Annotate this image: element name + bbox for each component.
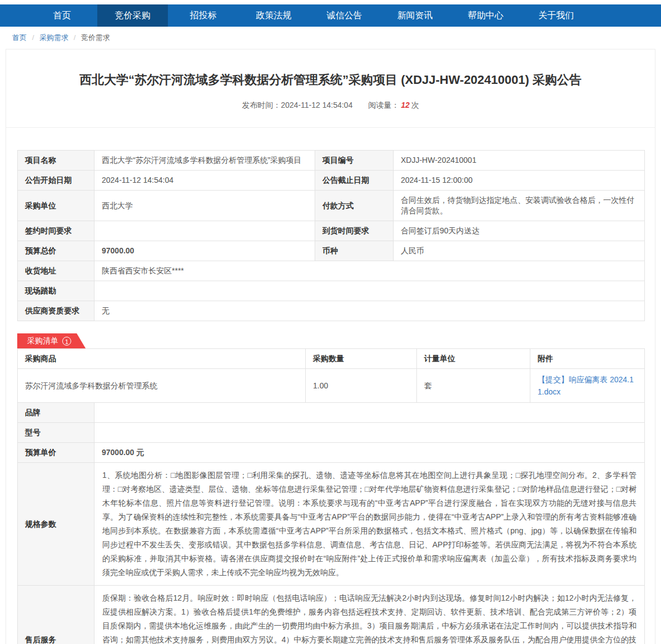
nav-item-bidding-purchase[interactable]: 竞价采购	[97, 4, 168, 27]
budget-total-value: 97000.00	[95, 241, 315, 261]
unit-column-header: 计量单位	[417, 349, 530, 369]
delivery-time-value: 合同签订后90天内送达	[394, 221, 645, 241]
delivery-time-label: 到货时间要求	[315, 221, 394, 241]
purchase-list-count-badge: 1	[62, 337, 71, 346]
table-header-row: 采购商品 采购数量 计量单位 附件	[18, 349, 645, 369]
table-row: 公告开始日期 2024-11-12 14:54:04 公告截止日期 2024-1…	[18, 171, 645, 191]
currency-label: 币种	[315, 241, 394, 261]
top-nav: 首页 竞价采购 招投标 政策法规 诚信公告 新闻资讯 帮助中心 关于我们	[0, 4, 661, 27]
attachment-cell: 【提交】响应偏离表 2024.11.docx	[530, 369, 645, 403]
project-code-label: 项目编号	[315, 151, 394, 171]
payment-label: 付款方式	[315, 191, 394, 221]
qualification-label: 供应商资质要求	[18, 301, 95, 321]
table-row: 现场踏勘	[18, 281, 645, 301]
end-date-label: 公告截止日期	[315, 171, 394, 191]
attachment-column-header: 附件	[530, 349, 645, 369]
brand-value	[95, 403, 645, 423]
currency-value: 人民币	[394, 241, 645, 261]
product-name-cell: 苏尔汗河流域多学科数据分析管理系统	[18, 369, 306, 403]
breadcrumb-section-link[interactable]: 采购需求	[39, 33, 68, 42]
purchase-items-table: 采购商品 采购数量 计量单位 附件 苏尔汗河流域多学科数据分析管理系统 1.00…	[17, 348, 645, 403]
table-row: 预算单价 97000.00 元	[18, 443, 645, 463]
breadcrumb-home-link[interactable]: 首页	[12, 33, 27, 42]
purchase-list-badge-label: 采购清单	[27, 336, 58, 346]
end-date-value: 2024-11-15 12:00:00	[394, 171, 645, 191]
quantity-column-header: 采购数量	[306, 349, 417, 369]
model-value	[95, 423, 645, 443]
product-column-header: 采购商品	[18, 349, 306, 369]
payment-value: 合同生效后，待货物到达指定地点、安装调试验收合格后，一次性付清合同货款。	[394, 191, 645, 221]
quantity-cell: 1.00	[306, 369, 417, 403]
project-name-value: 西北大学“苏尔汗河流域多学科数据分析管理系统”采购项目	[95, 151, 315, 171]
table-row: 规格参数 1、系统地图分析：□地图影像图层管理；□利用采集的探孔、遗物、遗迹等坐…	[18, 463, 645, 586]
project-code-value: XDJJ-HW-202410001	[394, 151, 645, 171]
breadcrumb-separator: /	[74, 33, 76, 42]
announcement-meta: 发布时间：2024-11-12 14:54:04阅读量：12次	[6, 101, 655, 128]
service-label: 售后服务	[18, 586, 95, 644]
address-label: 收货地址	[18, 261, 95, 281]
site-visit-label: 现场踏勘	[18, 281, 95, 301]
spec-label: 规格参数	[18, 463, 95, 586]
publish-time-value: 2024-11-12 14:54:04	[281, 101, 352, 109]
table-row: 售后服务 质保期：验收合格后12月。响应时效：即时响应（包括电话响应）；电话响应…	[18, 586, 645, 644]
nav-item-about-us[interactable]: 关于我们	[521, 4, 592, 27]
project-info-table: 项目名称 西北大学“苏尔汗河流域多学科数据分析管理系统”采购项目 项目编号 XD…	[17, 150, 645, 321]
model-label: 型号	[18, 423, 95, 443]
unit-cell: 套	[417, 369, 530, 403]
nav-item-help-center[interactable]: 帮助中心	[450, 4, 521, 27]
read-count-value: 12	[401, 101, 410, 109]
address-value: 陕西省西安市长安区****	[95, 261, 645, 281]
attachment-download-link[interactable]: 【提交】响应偏离表 2024.11.docx	[538, 375, 634, 396]
project-name-label: 项目名称	[18, 151, 95, 171]
sign-time-value	[95, 221, 315, 241]
nav-item-tender[interactable]: 招投标	[168, 4, 238, 27]
service-value: 质保期：验收合格后12月。响应时效：即时响应（包括电话响应）；电话响应无法解决2…	[95, 586, 645, 644]
purchaser-value: 西北大学	[95, 191, 315, 221]
unit-price-label: 预算单价	[18, 443, 95, 463]
spec-value: 1、系统地图分析：□地图影像图层管理；□利用采集的探孔、遗物、遗迹等坐标信息将其…	[95, 463, 645, 586]
sign-time-label: 签约时间要求	[18, 221, 95, 241]
start-date-value: 2024-11-12 14:54:04	[95, 171, 315, 191]
purchaser-label: 采购单位	[18, 191, 95, 221]
nav-item-integrity-notice[interactable]: 诚信公告	[309, 4, 380, 27]
brand-label: 品牌	[18, 403, 95, 423]
breadcrumb-current: 竞价需求	[81, 33, 110, 42]
table-row: 型号	[18, 423, 645, 443]
nav-item-home[interactable]: 首页	[27, 4, 97, 27]
breadcrumb: 首页 / 采购需求 / 竞价需求	[0, 27, 661, 49]
table-row: 采购单位 西北大学 付款方式 合同生效后，待货物到达指定地点、安装调试验收合格后…	[18, 191, 645, 221]
page-title: 西北大学“苏尔汗河流域多学科数据分析管理系统”采购项目 (XDJJ-HW-202…	[6, 49, 655, 101]
table-row: 项目名称 西北大学“苏尔汗河流域多学科数据分析管理系统”采购项目 项目编号 XD…	[18, 151, 645, 171]
start-date-label: 公告开始日期	[18, 171, 95, 191]
publish-time-label: 发布时间：	[242, 101, 281, 109]
qualification-value: 无	[95, 301, 645, 321]
unit-price-value: 97000.00 元	[95, 443, 645, 463]
item-detail-table: 品牌 型号 预算单价 97000.00 元 规格参数 1、系统地图分析：□地图影…	[17, 402, 645, 644]
nav-item-news[interactable]: 新闻资讯	[380, 4, 450, 27]
table-row: 供应商资质要求 无	[18, 301, 645, 321]
table-row: 预算总价 97000.00 币种 人民币	[18, 241, 645, 261]
site-visit-value	[95, 281, 645, 301]
read-count-unit: 次	[411, 101, 419, 109]
purchase-list-header: 采购清单 1	[17, 333, 644, 348]
table-row: 签约时间要求 到货时间要求 合同签订后90天内送达	[18, 221, 645, 241]
read-count-label: 阅读量：	[368, 101, 399, 109]
table-row: 品牌	[18, 403, 645, 423]
budget-total-label: 预算总价	[18, 241, 95, 261]
announcement-card: 西北大学“苏尔汗河流域多学科数据分析管理系统”采购项目 (XDJJ-HW-202…	[6, 49, 655, 644]
purchase-list-badge: 采购清单 1	[17, 333, 86, 348]
breadcrumb-separator: /	[32, 33, 34, 42]
table-row: 收货地址 陕西省西安市长安区****	[18, 261, 645, 281]
nav-item-policy[interactable]: 政策法规	[238, 4, 309, 27]
table-row: 苏尔汗河流域多学科数据分析管理系统 1.00 套 【提交】响应偏离表 2024.…	[18, 369, 645, 403]
